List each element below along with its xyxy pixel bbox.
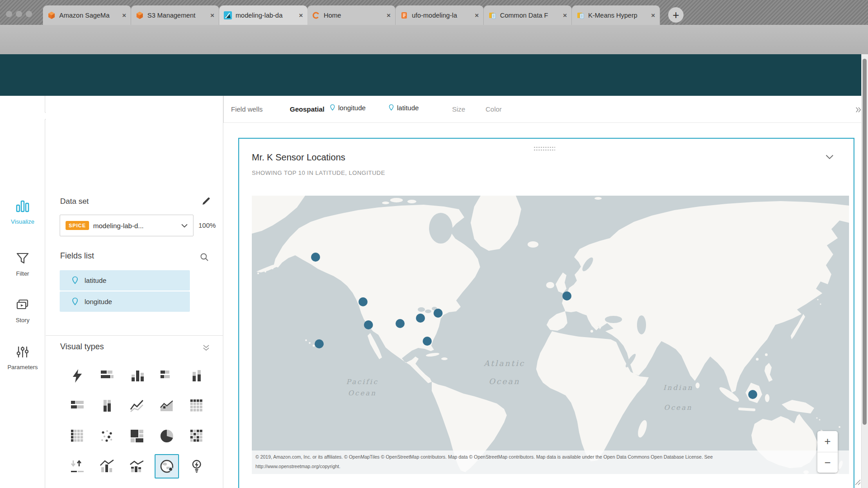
map-point-florida[interactable] (423, 337, 432, 346)
chevron-down-icon (181, 224, 188, 228)
world-map[interactable]: PacificOceanAtlanticOceanIndianOcean © 2… (252, 196, 849, 474)
visual-type-combo-bar-line[interactable] (95, 454, 119, 479)
collapse-double-chevron-icon[interactable] (203, 345, 210, 353)
quicksight-favicon (224, 11, 232, 19)
sidebar-item-parameters[interactable]: Parameters (0, 344, 45, 371)
tab-kmeans-hyperparameters[interactable]: K-Means Hyperp × (572, 5, 660, 25)
visual-types-heading: Visual types (60, 342, 104, 352)
visual-type-insights[interactable] (184, 454, 209, 479)
map-point-southeast-us[interactable] (416, 314, 425, 323)
window-traffic-lights[interactable] (6, 11, 32, 17)
spice-badge: SPICE (66, 221, 89, 230)
zoom-window-icon[interactable] (26, 11, 32, 17)
visual-title: Mr. K Sensor Locations (252, 152, 345, 163)
geospatial-well-label: Geospatial (290, 105, 325, 113)
new-tab-button[interactable]: + (668, 7, 684, 23)
funnel-icon (15, 251, 30, 266)
tab-home[interactable]: Home × (307, 5, 396, 25)
close-tab-icon[interactable]: × (299, 11, 303, 19)
visual-type-stacked-combo[interactable] (125, 454, 149, 479)
map-point-pacific-northwest[interactable] (359, 297, 368, 306)
visual-type-scatter-plot[interactable] (95, 424, 119, 448)
visual-type-pie-chart[interactable] (155, 424, 179, 448)
close-tab-icon[interactable]: × (387, 11, 391, 19)
visual-type-treemap[interactable] (125, 424, 149, 448)
docs-icon (576, 11, 585, 19)
visual-type-100-stacked-horizontal-bar[interactable] (65, 394, 90, 418)
search-icon[interactable] (199, 252, 209, 264)
visual-type-autograph[interactable] (65, 364, 90, 388)
tab-s3-management[interactable]: S3 Management × (131, 5, 219, 25)
stacked-combo-chart-icon (129, 459, 145, 474)
visual-menu-chevron-icon[interactable] (826, 153, 834, 161)
visual-type-line-chart[interactable] (125, 394, 149, 418)
kpi-icon (70, 459, 85, 474)
close-window-icon[interactable] (6, 11, 12, 17)
visual-type-kpi[interactable] (65, 454, 90, 479)
sidebar-item-visualize[interactable]: Visualize (0, 199, 45, 225)
browser-tab-strip: Amazon SageMa × S3 Management × modeling… (0, 0, 868, 25)
close-tab-icon[interactable]: × (475, 11, 479, 19)
globe-map-icon (159, 459, 175, 474)
sidebar-item-filter[interactable]: Filter (0, 251, 45, 277)
close-tab-icon[interactable]: × (651, 11, 655, 19)
tab-title: Common Data F (500, 12, 561, 19)
jupyter-home-ring-icon (312, 11, 320, 19)
attribution-line1: © 2019, Amazon.com, Inc. or its affiliat… (255, 454, 845, 460)
tab-ufo-modeling[interactable]: ufo-modeling-la × (396, 5, 484, 25)
panel-divider (46, 335, 223, 336)
visual-type-pivot-table[interactable] (65, 424, 90, 448)
field-item-longitude[interactable]: longitude (60, 291, 190, 312)
tab-common-data-formats[interactable]: Common Data F × (484, 5, 572, 25)
zoom-out-button[interactable]: − (817, 452, 838, 473)
map-point-texas[interactable] (396, 319, 405, 328)
visual-type-vertical-bar[interactable] (125, 364, 149, 388)
close-tab-icon[interactable]: × (122, 11, 126, 19)
window-resize-grip[interactable] (854, 478, 861, 487)
tab-modeling-lab-active[interactable]: modeling-lab-da × (219, 5, 307, 25)
map-point-california[interactable] (364, 320, 373, 329)
map-point-alaska[interactable] (311, 253, 320, 262)
color-well-label[interactable]: Color (486, 105, 502, 113)
fields-list-heading: Fields list (60, 251, 94, 261)
well-field-latitude[interactable]: latitude (388, 104, 419, 112)
size-well-label[interactable]: Size (452, 105, 465, 113)
zoom-in-button[interactable]: + (817, 431, 838, 452)
visual-card[interactable]: Mr. K Sensor Locations SHOWING TOP 10 IN… (238, 138, 854, 488)
minimize-window-icon[interactable] (16, 11, 22, 17)
scrollbar-thumb[interactable] (863, 59, 867, 425)
close-tab-icon[interactable]: × (563, 11, 567, 19)
field-item-latitude[interactable]: latitude (60, 270, 190, 291)
dataset-heading: Data set (60, 197, 89, 206)
field-wells-label[interactable]: Field wells (231, 105, 263, 113)
map-point-france[interactable] (562, 291, 571, 300)
drag-handle-dots[interactable] (533, 146, 555, 151)
visual-type-table[interactable] (184, 394, 209, 418)
notebook-icon (400, 11, 408, 19)
tab-amazon-sagemaker[interactable]: Amazon SageMa × (43, 5, 131, 25)
left-icon-rail: Visualize Filter Story Parameters (0, 96, 45, 488)
dataset-dropdown[interactable]: SPICE modeling-lab-d... (60, 215, 193, 236)
visual-type-stacked-horizontal-bar[interactable] (155, 364, 179, 388)
visual-type-area-chart[interactable] (155, 394, 179, 418)
visual-type-horizontal-bar[interactable] (95, 364, 119, 388)
expand-double-chevron-icon[interactable] (855, 106, 862, 115)
sidebar-item-story[interactable]: Story (0, 297, 45, 324)
dataset-name: modeling-lab-d... (93, 222, 181, 230)
map-point-indonesia[interactable] (748, 390, 757, 399)
attribution-line2[interactable]: http://www.openstreetmap.org/copyright. (255, 464, 845, 469)
visual-type-points-on-map-selected[interactable] (155, 454, 179, 479)
map-point-mid-atlantic-us[interactable] (434, 309, 443, 318)
bar-chart-icon (15, 199, 30, 214)
visual-type-heat-map[interactable] (184, 424, 209, 448)
geo-pin-icon (71, 276, 79, 285)
tab-title: S3 Management (147, 12, 208, 19)
close-tab-icon[interactable]: × (210, 11, 214, 19)
visual-type-100-stacked-vertical-bar[interactable] (95, 394, 119, 418)
edit-dataset-pencil-icon[interactable] (201, 196, 211, 208)
well-field-longitude[interactable]: longitude (330, 104, 366, 112)
docs-icon (488, 11, 496, 19)
browser-scrollbar[interactable] (861, 54, 868, 488)
visual-type-stacked-vertical-bar[interactable] (184, 364, 209, 388)
map-point-hawaii[interactable] (315, 339, 324, 348)
